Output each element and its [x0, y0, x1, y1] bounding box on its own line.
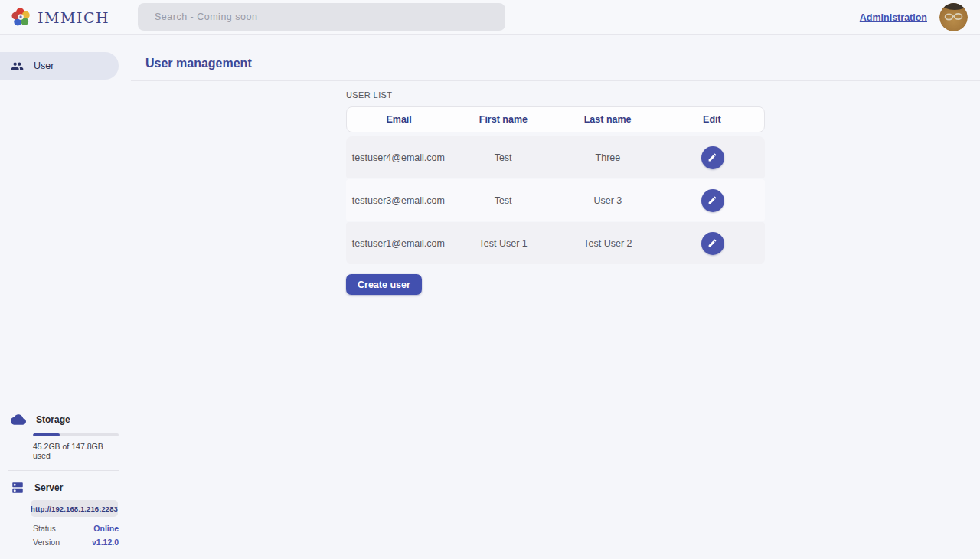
edit-user-button[interactable] [701, 232, 724, 255]
cell-email: testuser3@email.com [346, 195, 451, 206]
table-row: testuser3@email.com Test User 3 [346, 179, 765, 221]
table-header-row: Email First name Last name Edit [346, 106, 765, 132]
immich-flower-icon [11, 7, 31, 28]
top-bar: IMMICH Administration [0, 0, 980, 35]
sidebar-divider [8, 470, 119, 471]
search-input[interactable] [138, 3, 505, 31]
pencil-icon [707, 238, 717, 248]
column-header-email: Email [347, 114, 451, 125]
admin-sidebar: User Storage 45.2GB of 147.8GB used [0, 35, 131, 559]
storage-progress-bar [33, 433, 119, 436]
cloud-icon [11, 412, 26, 427]
page-title: User management [145, 57, 980, 70]
sidebar-item-label: User [34, 60, 54, 71]
users-group-icon [11, 60, 24, 73]
server-status-value: Online [93, 524, 119, 533]
cell-last-name: Three [556, 152, 661, 163]
cell-email: testuser1@email.com [346, 238, 451, 249]
create-user-button[interactable]: Create user [346, 274, 422, 295]
server-url-chip: http://192.168.1.216:2283 [31, 500, 118, 517]
user-table: Email First name Last name Edit testuser… [346, 106, 765, 265]
pencil-icon [707, 152, 717, 162]
user-avatar[interactable] [939, 3, 968, 31]
user-list-title: USER LIST [346, 90, 765, 100]
server-version-value: v1.12.0 [92, 538, 119, 547]
table-row: testuser4@email.com Test Three [346, 136, 765, 178]
server-dns-icon [11, 481, 24, 495]
cell-first-name: Test [451, 152, 556, 163]
administration-link[interactable]: Administration [860, 12, 927, 23]
server-status-label: Status [33, 524, 56, 533]
storage-progress-fill [33, 433, 60, 436]
cell-first-name: Test [451, 195, 556, 206]
app-title: IMMICH [38, 9, 109, 26]
edit-user-button[interactable] [701, 146, 724, 169]
column-header-last-name: Last name [556, 114, 660, 125]
cell-last-name: User 3 [556, 195, 661, 206]
page-title-divider [131, 80, 980, 81]
pencil-icon [707, 195, 717, 205]
cell-email: testuser4@email.com [346, 152, 451, 163]
column-header-first-name: First name [451, 114, 555, 125]
server-title: Server [34, 482, 63, 493]
cell-last-name: Test User 2 [556, 238, 661, 249]
sidebar-item-user[interactable]: User [0, 52, 119, 80]
storage-usage-text: 45.2GB of 147.8GB used [33, 442, 119, 460]
main-content: User management USER LIST Email First na… [131, 35, 980, 559]
immich-logo[interactable]: IMMICH [11, 7, 133, 28]
edit-user-button[interactable] [701, 189, 724, 212]
column-header-edit: Edit [660, 114, 764, 125]
server-version-label: Version [33, 538, 60, 547]
cell-first-name: Test User 1 [451, 238, 556, 249]
table-row: testuser1@email.com Test User 1 Test Use… [346, 222, 765, 264]
storage-title: Storage [36, 414, 70, 425]
